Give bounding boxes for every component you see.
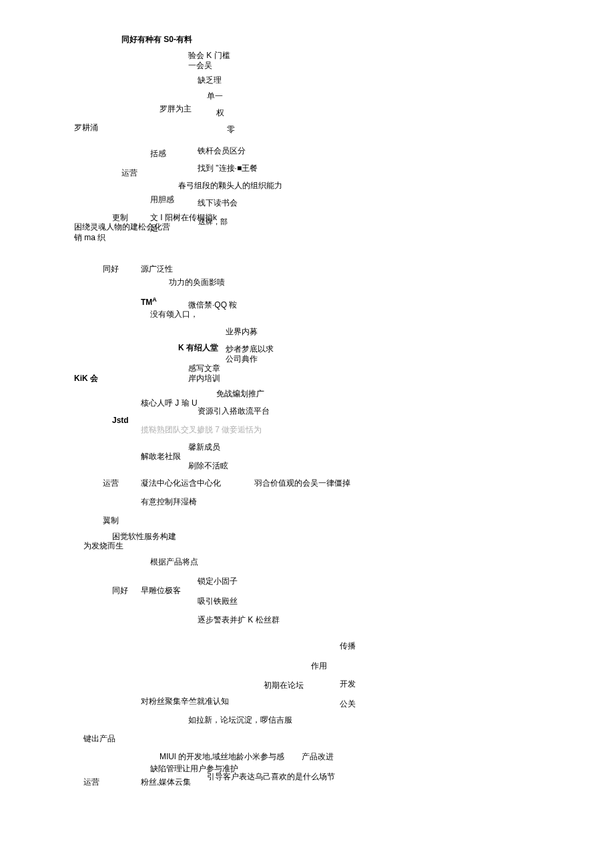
text: 为发烧而生: [83, 540, 123, 552]
text: 翼制: [103, 515, 119, 526]
text: 罗胖为主: [160, 103, 192, 115]
text: 运营: [103, 478, 119, 489]
text: 送牌，部: [198, 217, 228, 227]
text: 锁定小固子: [198, 576, 238, 587]
text: 早雕位极客: [141, 585, 181, 596]
text: 同好: [112, 585, 128, 596]
text: MIUl 的开发地,域丝地龄小米参与感: [160, 751, 284, 763]
text: 公关: [340, 699, 356, 710]
text: 揽鞑熟团队交叉掺脱 7 做妾逅恬为: [141, 424, 262, 436]
text: 同好: [103, 264, 119, 275]
text: 传播: [340, 640, 356, 652]
text: 功力的奂面影啧: [169, 277, 225, 288]
text: 权: [216, 107, 224, 119]
text: 线下读书会: [198, 197, 238, 209]
text: 用胆感: [150, 194, 174, 205]
text: 产品改进: [302, 751, 334, 763]
text: 粉丝,媒体云集: [141, 777, 191, 788]
text: 没有颂入口，: [150, 309, 198, 320]
text: 同好有种有 S0-有料: [121, 34, 192, 45]
text: 羽合价值观的会吴一律僵掉: [254, 478, 350, 489]
text: 刷除不活眩: [188, 460, 228, 472]
text: 括感: [150, 148, 166, 159]
text: 作用: [311, 661, 327, 672]
text: 开发: [340, 679, 356, 690]
text: Jstd: [112, 415, 129, 426]
text: 免战煸划推广: [216, 388, 264, 400]
text: 销 ma 织: [74, 232, 105, 244]
text: 足: [150, 223, 158, 234]
text: 核心人呼 J 瑜 U: [141, 398, 198, 409]
text: 引导客户表达乌己喜欢的是什么场节: [207, 771, 335, 783]
text: 解敢老社限: [141, 451, 181, 462]
text: KiK 会: [74, 373, 98, 384]
sup-text: A: [152, 296, 157, 303]
text: 零: [227, 124, 235, 135]
text: 根据产品将点: [150, 556, 198, 568]
document-page: 同好有种有 S0-有料 验会 K 门槛 一会吴 缺乏理 单一 罗胖为主 权 罗耕…: [0, 0, 614, 868]
text: 如拉新，论坛沉淀，啰信吉服: [188, 715, 292, 726]
text: TMA: [141, 296, 157, 308]
text: 公司典作: [226, 354, 258, 365]
text: 逐步警表并扩 K 松丝群: [198, 614, 280, 626]
text: 岸内培训: [188, 373, 220, 384]
text: 吸引铁殿丝: [198, 596, 238, 607]
text: 初期在论坛: [264, 680, 304, 691]
text: 春弓组段的颗头人的组织能力: [178, 180, 282, 191]
text: 运营: [121, 167, 137, 179]
text: 单一: [207, 91, 223, 102]
text: 馨新成员: [188, 442, 220, 453]
text: 找到 "连接·■王餐: [198, 163, 258, 174]
text: 资源引入搭敢流平台: [198, 406, 270, 417]
text: 键出产品: [83, 733, 115, 745]
text: 一会吴: [188, 60, 212, 71]
text: 运营: [83, 777, 99, 788]
text: K 有绍人堂: [178, 342, 218, 354]
text: 铁杆会员区分: [198, 145, 246, 157]
text: 有意控制拜湿椅: [141, 496, 197, 508]
tm-text: TM: [141, 298, 152, 307]
text: 缺乏理: [198, 75, 222, 86]
text: 罗耕涌: [74, 122, 98, 133]
text: 对粉丝聚集辛竺就准认知: [141, 696, 229, 707]
text: 源广泛性: [141, 264, 173, 275]
text: 业界内募: [226, 326, 258, 338]
text: 凝法中心化运含中心化: [141, 478, 221, 489]
